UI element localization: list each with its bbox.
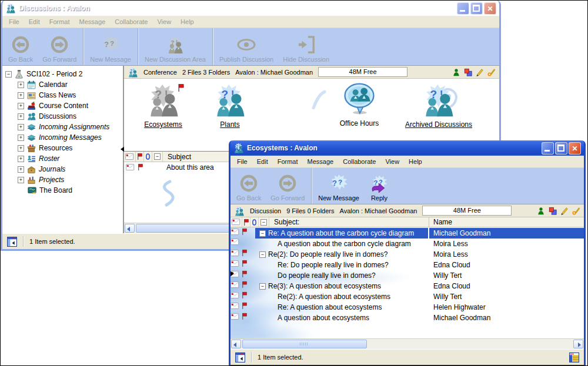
splitter-collapse-arrow-icon[interactable] [230, 271, 237, 277]
new-discussion-area-button[interactable]: New Discussion Area [140, 28, 211, 65]
online-user-icon[interactable] [537, 207, 545, 215]
tree-item-resources[interactable]: Resources [2, 143, 123, 153]
desktop-item-office-hours[interactable]: Office Hours [327, 82, 392, 127]
scroll-right-button[interactable] [573, 340, 583, 348]
menu-view[interactable]: View [152, 17, 176, 26]
message-row[interactable]: Re: Do people really live in domes? Edna… [230, 260, 584, 270]
expand-box[interactable] [18, 92, 24, 99]
subject-column-label[interactable]: Subject: [269, 218, 299, 226]
desktop-item-ecosystems[interactable]: Ecosystems [132, 83, 194, 129]
maximize-button[interactable] [470, 2, 483, 15]
message-row[interactable]: A question about ecosystems Michael Good… [230, 313, 584, 323]
column-divider[interactable] [429, 217, 429, 227]
titlebar[interactable]: Ecosystems : Avalon [230, 140, 584, 156]
maximize-button[interactable] [555, 142, 567, 155]
expand-box[interactable] [18, 145, 24, 152]
toggle-panel-icon[interactable] [235, 352, 245, 362]
expand-box[interactable] [18, 177, 24, 183]
menu-help[interactable]: Help [176, 17, 199, 26]
tree-item-discussions[interactable]: Discussions [2, 111, 123, 122]
message-row[interactable]: A question about the carbon cycle diagra… [230, 239, 584, 249]
minimize-button[interactable] [457, 2, 469, 15]
new-message-button[interactable]: New Message [85, 28, 136, 65]
scroll-left-button[interactable] [125, 224, 135, 233]
close-button[interactable] [569, 142, 581, 155]
subject-column-label[interactable]: Subject [163, 153, 191, 161]
menu-edit[interactable]: Edit [24, 17, 45, 26]
expand-box[interactable] [18, 124, 24, 130]
go-forward-button[interactable]: Go Forward [266, 168, 309, 204]
expand-box[interactable] [18, 166, 24, 173]
message-row[interactable]: Do people really live in domes? Willy Te… [230, 270, 584, 281]
tree-item-incoming-assignments[interactable]: Incoming Assignments [2, 122, 123, 132]
menu-collaborate[interactable]: Collaborate [338, 157, 380, 166]
pencil-icon[interactable] [560, 207, 569, 215]
publish-discussion-button[interactable]: Publish Discussion [215, 28, 278, 65]
go-forward-button[interactable]: Go Forward [38, 28, 81, 65]
view-grid-icon[interactable] [569, 352, 579, 362]
new-message-button[interactable]: New Message [313, 168, 364, 204]
menu-format[interactable]: Format [273, 157, 303, 166]
tree-item-class-news[interactable]: Class News [2, 90, 123, 100]
desktop-item-plants[interactable]: Plants [201, 83, 259, 129]
tree-item-journals[interactable]: Journals [2, 164, 123, 174]
message-row[interactable]: Re(3): A question about ecosystems Edna … [230, 281, 584, 291]
collapse-box[interactable] [5, 71, 12, 78]
menu-message[interactable]: Message [303, 157, 339, 166]
menu-view[interactable]: View [380, 157, 404, 166]
collapse-all-box[interactable] [260, 219, 267, 226]
tree-item-course-content[interactable]: Course Content [2, 100, 123, 111]
menu-collaborate[interactable]: Collaborate [110, 17, 152, 26]
close-button[interactable] [484, 2, 496, 15]
name-column-label[interactable]: Name [433, 218, 452, 226]
minimize-button[interactable] [542, 142, 554, 155]
reply-button[interactable]: Reply [364, 168, 395, 204]
message-row[interactable]: Re(2): A question about ecosystems Willy… [230, 291, 584, 302]
collapse-all-box[interactable] [154, 153, 161, 160]
tree-item-projects[interactable]: Projects [2, 174, 123, 185]
scroll-left-button[interactable] [231, 340, 241, 348]
expand-box[interactable] [18, 135, 24, 141]
list-column-header[interactable]: Subject: Name [230, 217, 584, 227]
expand-box[interactable] [18, 113, 24, 120]
layers-icon[interactable] [549, 207, 557, 215]
tree-item-incoming-messages[interactable]: Incoming Messages [2, 132, 123, 143]
menu-edit[interactable]: Edit [252, 157, 273, 166]
projects-icon [27, 176, 36, 184]
envelope-icon [230, 229, 239, 236]
signature-pen-icon[interactable] [572, 207, 580, 215]
menu-help[interactable]: Help [404, 157, 427, 166]
go-back-button[interactable]: Go Back [232, 168, 266, 204]
menu-message[interactable]: Message [75, 17, 111, 26]
message-row[interactable]: Re: A question about ecosystems Helen Hi… [230, 302, 584, 313]
thread-collapse-box[interactable] [259, 230, 266, 237]
desktop-item-archived-discussions[interactable]: Archived Discussions [392, 83, 486, 129]
titlebar[interactable]: Discussions : Avalon [2, 1, 499, 16]
menu-file[interactable]: File [232, 157, 252, 166]
expand-box[interactable] [18, 156, 24, 162]
thread-collapse-box[interactable] [259, 283, 266, 290]
message-sender: Michael Goodman [433, 229, 490, 237]
expand-box[interactable] [18, 103, 24, 109]
tree-item-calendar[interactable]: Calendar [2, 79, 123, 90]
message-row[interactable]: Re(2): Do people really live in domes? M… [230, 249, 584, 260]
expand-box[interactable] [18, 82, 24, 88]
horizontal-scrollbar[interactable] [230, 338, 584, 349]
scrollbar-thumb[interactable] [242, 340, 367, 348]
go-back-button[interactable]: Go Back [4, 28, 38, 65]
tree-item-the-board[interactable]: The Board [2, 185, 123, 196]
pencil-icon[interactable] [476, 68, 484, 76]
envelope-icon [232, 219, 240, 226]
menu-format[interactable]: Format [45, 17, 75, 26]
layers-icon[interactable] [464, 68, 472, 76]
online-user-icon[interactable] [452, 68, 460, 76]
message-row[interactable]: Re: A question about the carbon cycle di… [230, 228, 584, 239]
thread-collapse-box[interactable] [259, 251, 266, 258]
toggle-panel-icon[interactable] [7, 237, 17, 247]
tree-item-roster[interactable]: Roster [2, 153, 123, 164]
hide-discussion-button[interactable]: Hide Discussion [278, 28, 334, 65]
signature-pen-icon[interactable] [487, 68, 496, 76]
paperclip-icon [252, 219, 257, 226]
menu-file[interactable]: File [4, 17, 24, 26]
tree-item-root[interactable]: SCI102 - Period 2 [2, 69, 123, 79]
